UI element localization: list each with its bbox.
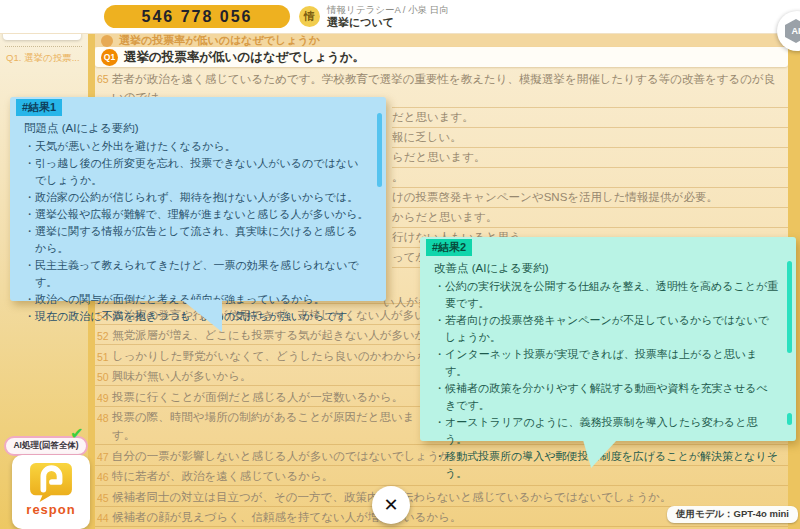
scrollbar-thumb[interactable]: [377, 113, 382, 187]
course-title: 情報リテラシーA / 小泉 日向: [327, 4, 449, 16]
model-label: 使用モデル：GPT-4o mini: [667, 506, 798, 523]
summary-bullet: 選挙公報や広報が難解で、理解が進まないと感じる人が多いから。: [24, 206, 369, 223]
answer-number: 51: [97, 348, 111, 366]
answer-row-fragment: 。: [392, 168, 788, 188]
ghost-question-text: 選挙の投票率が低いのはなぜでしょうか: [119, 34, 320, 46]
header: 546 778 056 情 情報リテラシーA / 小泉 日向 選挙について: [0, 0, 800, 34]
result-panel-1: #結果1 問題点 (AIによる要約) 天気が悪いと外出を避けたくなるから。引っ越…: [10, 97, 386, 301]
ghost-question-row: 選挙の投票率が低いのはなぜでしょうか: [95, 33, 788, 47]
sidebar-question-link[interactable]: Q1. 選挙の投票...: [6, 52, 80, 65]
result2-title: 改善点 (AIによる要約): [434, 261, 796, 276]
result-panel-2: #結果2 改善点 (AIによる要約) 公約の実行状況を公開する仕組みを整え、透明…: [420, 237, 796, 441]
respon-bubble-icon: [28, 462, 74, 502]
close-icon: ✕: [383, 495, 398, 515]
course-icon: 情: [299, 6, 320, 27]
answer-number: 49: [97, 389, 111, 407]
session-code: 546 778 056: [104, 5, 290, 28]
summary-bullet: 若者向けの投票啓発キャンペーンが不足しているからではないでしょうか。: [434, 312, 779, 346]
question-badge: Q1: [101, 49, 118, 66]
question-text: 選挙の投票率が低いのはなぜでしょうか。: [124, 47, 788, 67]
respon-logo: respon: [12, 455, 90, 529]
answer-number: 52: [97, 327, 111, 345]
answer-number: 48: [97, 409, 111, 427]
summary-bullet: 民主主義って教えられてきたけど、一票の効果を感じられないです。: [24, 257, 369, 291]
summary-bullet: インターネット投票が実現できれば、投票率は上がると思います。: [434, 346, 779, 380]
answer-row-fragment: 報に乏しい。: [392, 128, 788, 148]
scrollbar-thumb[interactable]: [787, 413, 792, 425]
summary-bullet: 政治家の公約が信じられず、期待を抱けない人が多いからでは。: [24, 189, 369, 206]
summary-bullet: 選挙に関する情報が広告として流され、真実味に欠けると感じるから。: [24, 223, 369, 257]
result1-title: 問題点 (AIによる要約): [24, 121, 386, 136]
question-bar: Q1 選挙の投票率が低いのはなぜでしょうか。: [95, 47, 788, 67]
answer-text: 無党派層が増え、どこにも投票する気が起きない人が多いか: [112, 329, 427, 341]
answer-number: 65: [97, 70, 111, 88]
answer-row-fragment: からだと思います。: [392, 208, 788, 228]
answer-row-fragment: だと思います。: [392, 108, 788, 128]
result2-bullets: 公約の実行状況を公開する仕組みを整え、透明性を高めることが重要です。若者向けの投…: [434, 278, 779, 482]
answer-text: 特に若者が、政治を遠く感じているから。: [112, 470, 333, 482]
answer-row[interactable]: 45候補者同士の対立は目立つが、その一方で、政策内容が伝わらないと感じているから…: [95, 486, 788, 507]
answer-number: 45: [97, 489, 111, 507]
scrollbar-thumb[interactable]: [787, 261, 792, 353]
result1-bullets: 天気が悪いと外出を避けたくなるから。引っ越し後の住所変更を忘れ、投票できない人が…: [24, 138, 369, 325]
answer-number: 46: [97, 468, 111, 486]
respon-wordmark: respon: [12, 502, 90, 517]
answer-number: 47: [97, 448, 111, 466]
summary-bullet: 移動式投票所の導入や郵便投票制度を広げることが解決策となりそう。: [434, 448, 779, 482]
summary-bullet: 引っ越し後の住所変更を忘れ、投票できない人がいるのではないでしょうか。: [24, 155, 369, 189]
check-icon: ✔: [70, 424, 83, 443]
answer-text: 投票の際、時間や場所の制約があることが原因だと思いま: [112, 411, 415, 423]
respon-ai-summary-screen: 選挙の投票率が低いのはなぜでしょうか Q1 選挙の投票率が低いのはなぜでしょうか…: [0, 0, 800, 529]
answer-text: 投票に行くことが面倒だと感じる人が一定数いるから。: [112, 391, 403, 403]
divider: [5, 46, 82, 47]
summary-bullet: 天気が悪いと外出を避けたくなるから。: [24, 138, 369, 155]
answer-text: 興味が無い人が多いから。: [112, 370, 252, 382]
ai-hexagon-icon: AI: [785, 19, 800, 43]
answer-text: 自分の一票が影響しないと感じる人が多いのではないでしょうか。: [112, 450, 462, 462]
answer-text: しっかりした野党がいなくて、どうしたら良いのかわからな: [112, 350, 429, 362]
answer-row-fragment: らだと思います。: [392, 148, 788, 168]
ghost-question-badge: [101, 35, 113, 47]
answer-text: 候補者の顔が見えづらく、信頼感を持てない人が増えているから。: [112, 511, 462, 523]
survey-title: 選挙について: [327, 16, 449, 29]
result1-tag: #結果1: [16, 99, 62, 116]
answer-number: 50: [97, 368, 111, 386]
answer-row-fragment: けの投票啓発キャンペーンやSNSを活用した情報提供が必要。: [392, 188, 788, 208]
answer-number: 44: [97, 509, 111, 527]
result2-tag: #結果2: [426, 239, 472, 256]
summary-bullet: 候補者の政策を分かりやすく解説する動画や資料を充実させるべきです。: [434, 380, 779, 414]
close-button[interactable]: ✕: [372, 486, 410, 524]
summary-bullet: 公約の実行状況を公開する仕組みを整え、透明性を高めることが重要です。: [434, 278, 779, 312]
